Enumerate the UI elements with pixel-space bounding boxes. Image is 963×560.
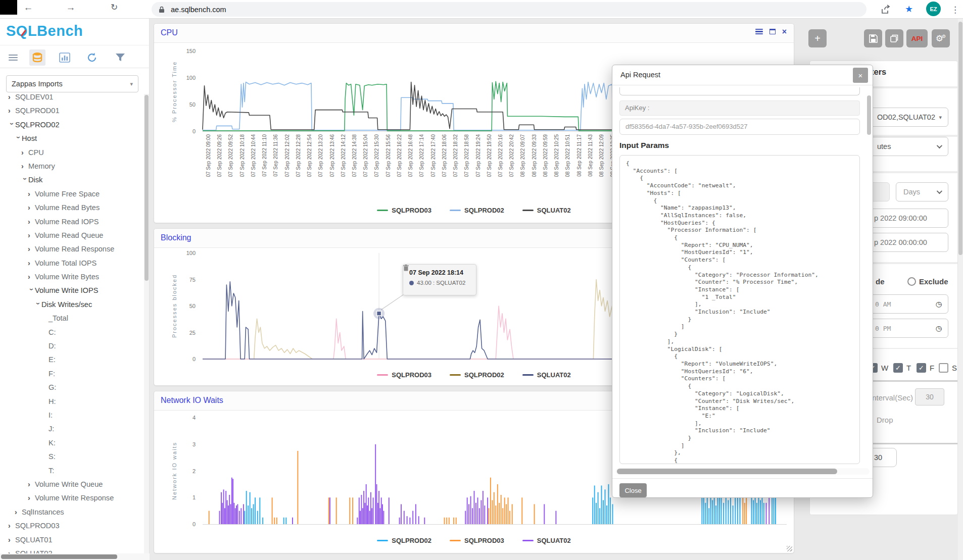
chevron-right-icon[interactable]: ›	[28, 491, 35, 505]
tree-item-s[interactable]: S:	[0, 450, 145, 464]
star-icon[interactable]: ★	[905, 4, 913, 14]
tree-item-sqluat01[interactable]: ›SQLUAT01	[0, 533, 145, 547]
clock-icon[interactable]: ◷	[936, 300, 942, 308]
chevron-right-icon[interactable]: ›	[21, 146, 28, 160]
tree-item-volume-total-iops[interactable]: ›Volume Total IOPS	[0, 257, 145, 270]
chevron-right-icon[interactable]: ›	[28, 229, 35, 242]
tree-item-volume-write-response[interactable]: ›Volume Write Response	[0, 491, 145, 505]
tree-item-volume-read-iops[interactable]: ›Volume Read IOPS	[0, 215, 145, 229]
tree-item-total[interactable]: _Total	[0, 312, 145, 325]
clock-icon[interactable]: ◷	[936, 324, 942, 332]
include-radio-label[interactable]: de	[876, 277, 885, 286]
tree-item-t[interactable]: T:	[0, 464, 145, 478]
chevron-right-icon[interactable]: ›	[8, 94, 15, 104]
tree-item-h[interactable]: H:	[0, 395, 145, 409]
tree-vertical-scrollbar[interactable]	[144, 94, 149, 553]
chevron-right-icon[interactable]: ›	[21, 160, 28, 173]
chevron-right-icon[interactable]: ›	[28, 215, 35, 229]
tree-item-d[interactable]: D:	[0, 339, 145, 353]
exclude-radio[interactable]	[907, 277, 916, 286]
chevron-right-icon[interactable]: ›	[28, 187, 35, 201]
trash-icon[interactable]	[403, 265, 409, 271]
back-icon[interactable]: ←	[21, 2, 35, 13]
input-params-code[interactable]: { "Accounts": [ { "AccountCode": "netwea…	[619, 155, 860, 464]
tree-item-sqldev01[interactable]: ›SQLDEV01	[0, 94, 145, 104]
chevron-right-icon[interactable]: ›	[28, 201, 35, 215]
tree-item-volume-write-bytes[interactable]: ›Volume Write Bytes	[0, 270, 145, 284]
chevron-down-icon[interactable]: ›	[5, 123, 19, 130]
barchart-icon[interactable]	[57, 49, 73, 66]
tree-item-c[interactable]: C:	[0, 326, 145, 339]
share-icon[interactable]	[881, 5, 891, 15]
tree-item-f[interactable]: F:	[0, 367, 145, 381]
tree-item-host[interactable]: ›Host	[0, 132, 145, 145]
tree-item-g[interactable]: G:	[0, 381, 145, 394]
filter-icon[interactable]	[112, 49, 128, 66]
close-button[interactable]: Close	[619, 483, 647, 497]
chevron-right-icon[interactable]: ›	[28, 242, 35, 256]
chevron-right-icon[interactable]: ›	[28, 270, 35, 284]
reload-icon[interactable]: ↻	[107, 2, 121, 13]
tree-item-sqlprod01[interactable]: ›SQLPROD01	[0, 104, 145, 118]
tree-item-k[interactable]: K:	[0, 436, 145, 450]
weekday-checkbox-t[interactable]: ✓	[893, 363, 903, 373]
forward-icon[interactable]: →	[64, 2, 78, 13]
panel-maximize-icon[interactable]	[769, 29, 776, 34]
tree-item-volume-free-space[interactable]: ›Volume Free Space	[0, 187, 145, 201]
exclude-radio-label[interactable]: Exclude	[919, 277, 948, 286]
tree-item-volume-read-bytes[interactable]: ›Volume Read Bytes	[0, 201, 145, 215]
chevron-right-icon[interactable]: ›	[28, 257, 35, 270]
url-bar[interactable]: ae.sqlbench.com	[152, 2, 866, 17]
x-tick-label: 07 Sep 2022 18:06	[442, 134, 447, 177]
copy-button[interactable]	[885, 29, 903, 47]
chevron-right-icon[interactable]: ›	[8, 547, 15, 553]
settings-button[interactable]: ⚙⚙	[932, 29, 950, 47]
chevron-down-icon[interactable]: ›	[31, 302, 45, 310]
modal-vertical-scrollbar[interactable]	[867, 95, 871, 135]
chevron-down-icon[interactable]: ›	[18, 178, 32, 185]
chevron-right-icon[interactable]: ›	[8, 104, 15, 118]
database-icon[interactable]	[29, 49, 45, 66]
tree-horizontal-scrollbar[interactable]	[0, 553, 150, 560]
chevron-right-icon[interactable]: ›	[15, 505, 22, 519]
tree-item-memory[interactable]: ›Memory	[0, 160, 145, 173]
weekday-checkbox-f[interactable]: ✓	[917, 363, 926, 373]
tree-item-disk-writes-sec[interactable]: ›Disk Writes/sec	[0, 298, 145, 312]
tree-item-cpu[interactable]: ›CPU	[0, 146, 145, 160]
kebab-menu-icon[interactable]: ⋮	[951, 5, 959, 15]
tree-item-i[interactable]: I:	[0, 409, 145, 422]
tree-item-disk[interactable]: ›Disk	[0, 173, 145, 187]
interval-input[interactable]: 30	[915, 388, 944, 405]
report-dropdown[interactable]: Zappas Imports ▾	[6, 75, 138, 92]
weekday-checkbox-s[interactable]	[939, 363, 948, 373]
chevron-right-icon[interactable]: ›	[8, 519, 15, 533]
chevron-down-icon[interactable]: ›	[25, 288, 38, 295]
chevron-right-icon[interactable]: ›	[28, 478, 35, 491]
hamburger-icon[interactable]	[5, 49, 21, 66]
chevron-down-icon[interactable]: ›	[12, 136, 25, 143]
api-request-modal: Api Request × ApiKey : df58356d-4da7-4a5…	[612, 65, 873, 498]
save-button[interactable]	[864, 29, 882, 47]
tree-item-volume-read-queue[interactable]: ›Volume Read Queue	[0, 229, 145, 242]
panel-menu-icon[interactable]	[755, 29, 763, 34]
refresh-icon[interactable]	[84, 49, 100, 66]
tree-item-sqlprod02[interactable]: ›SQLPROD02	[0, 118, 145, 132]
tree-item-volume-read-response[interactable]: ›Volume Read Response	[0, 242, 145, 256]
apikey-input[interactable]: df58356d-4da7-4a57-935b-2eef0693d527	[619, 119, 860, 135]
days-select[interactable]: Days	[896, 182, 948, 201]
tree-item-sqluat02[interactable]: ›SQLUAT02	[0, 547, 145, 553]
chevron-right-icon[interactable]: ›	[8, 533, 15, 547]
avatar[interactable]: EZ	[926, 2, 941, 16]
tree-item-e[interactable]: E:	[0, 353, 145, 367]
panel-close-icon[interactable]: ×	[782, 29, 787, 34]
tree-item-volume-write-iops[interactable]: ›Volume Write IOPS	[0, 284, 145, 297]
tree-item-j[interactable]: J:	[0, 422, 145, 436]
tree-item-sqlprod03[interactable]: ›SQLPROD03	[0, 519, 145, 533]
add-button[interactable]: +	[808, 29, 827, 47]
api-button[interactable]: API	[906, 29, 928, 47]
tree-item-sqlinstances[interactable]: ›SqlInstances	[0, 505, 145, 519]
page-scrollbar[interactable]	[958, 19, 963, 560]
tree-item-volume-write-queue[interactable]: ›Volume Write Queue	[0, 478, 145, 491]
modal-horizontal-scrollbar[interactable]	[615, 468, 870, 475]
close-icon[interactable]: ×	[853, 68, 868, 83]
